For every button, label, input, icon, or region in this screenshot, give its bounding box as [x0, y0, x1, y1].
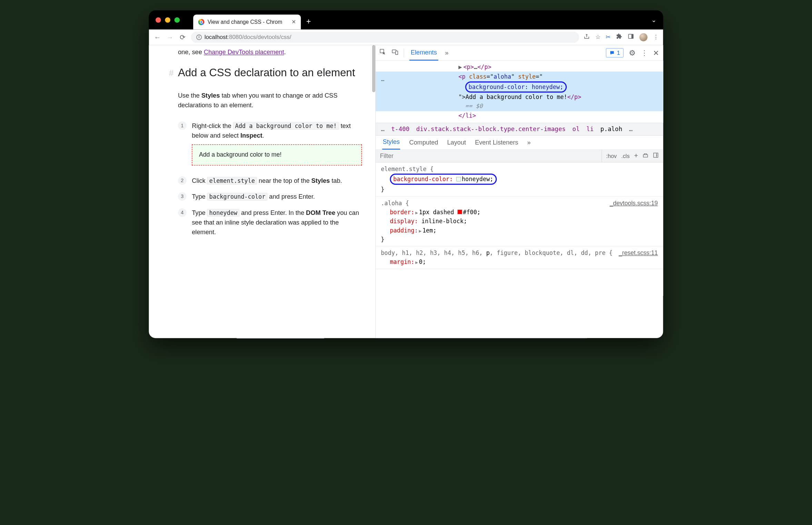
browser-tab[interactable]: View and change CSS - Chrom ✕ [193, 14, 301, 29]
address-bar[interactable]: i localhost:8080/docs/devtools/css/ [191, 31, 579, 42]
dom-tree[interactable]: ⋯ ▶<p>…</p> <p class="aloha" style=" bac… [376, 61, 663, 122]
dom-node[interactable]: ▶<p>…</p> [376, 62, 663, 71]
scissors-icon[interactable]: ✂ [606, 34, 611, 41]
divider [404, 48, 404, 57]
expand-icon[interactable]: ▶ [419, 228, 422, 234]
computed-panel-icon[interactable] [653, 152, 659, 160]
expand-triangle-icon[interactable]: ▶ [458, 64, 462, 71]
event-listeners-tab[interactable]: Event Listeners [475, 136, 518, 150]
url-path: /docs/devtools/css/ [242, 34, 291, 41]
page-scrollbar[interactable] [372, 45, 375, 92]
chrome-menu-icon[interactable]: ⋮ [653, 34, 659, 41]
change-placement-link[interactable]: Change DevTools placement [204, 49, 284, 56]
section-intro: Use the Styles tab when you want to chan… [178, 91, 362, 110]
selected-dom-node[interactable]: <p class="aloha" style=" background-colo… [376, 72, 663, 111]
browser-toolbar: ← → ⟳ i localhost:8080/docs/devtools/css… [149, 29, 663, 45]
steps-list: 1 Right-click the Add a background color… [178, 121, 362, 237]
step-number: 3 [178, 192, 187, 201]
sidepanel-icon[interactable] [628, 33, 634, 41]
style-rule-reset[interactable]: _reset.scss:11 body, h1, h2, h3, h4, h5,… [376, 246, 663, 269]
section-heading: Add a CSS declaration to an element [178, 66, 362, 79]
color-swatch[interactable] [457, 210, 462, 214]
code-inline: honeydew [207, 209, 239, 217]
styles-filter-row: :hov .cls + [376, 150, 663, 162]
traffic-lights [156, 17, 180, 23]
extensions-icon[interactable] [616, 33, 622, 41]
source-link[interactable]: _devtools.scss:19 [610, 199, 658, 208]
breadcrumb-item[interactable]: li [586, 126, 594, 132]
step-4: 4 Type honeydew and press Enter. In the … [178, 208, 362, 237]
step-number: 4 [178, 208, 187, 217]
devtools-toolbar: Elements » 1 ⚙ ⋮ ✕ [376, 45, 663, 61]
demo-element[interactable]: Add a background color to me! [192, 145, 362, 166]
devtools-menu-icon[interactable]: ⋮ [641, 49, 648, 57]
step-number: 2 [178, 176, 187, 185]
svg-rect-4 [396, 51, 398, 55]
rendering-icon[interactable] [643, 152, 648, 160]
browser-window: View and change CSS - Chrom ✕ + ⌄ ← → ⟳ … [149, 10, 663, 338]
styles-filter-input[interactable] [376, 152, 602, 159]
inspect-element-icon[interactable] [379, 49, 386, 57]
content-area: one, see Change DevTools placement. Add … [149, 45, 663, 338]
window-zoom-button[interactable] [175, 17, 180, 23]
layout-tab[interactable]: Layout [447, 136, 466, 150]
tab-title: View and change CSS - Chrom [208, 19, 288, 25]
step-2: 2 Click element.style near the top of th… [178, 176, 362, 186]
expand-icon[interactable]: ▶ [415, 210, 418, 215]
reload-button[interactable]: ⟳ [178, 33, 186, 41]
source-link[interactable]: _reset.scss:11 [619, 248, 658, 258]
style-rule-aloha[interactable]: _devtools.scss:19 .aloha { border:▶1px d… [376, 196, 663, 246]
style-rule-element[interactable]: element.style { background-color: honeyd… [376, 162, 663, 197]
code-inline: Add a background color to me! [233, 122, 339, 130]
styles-tab[interactable]: Styles [382, 136, 400, 150]
titlebar: View and change CSS - Chrom ✕ + ⌄ [149, 10, 663, 29]
chrome-favicon [198, 19, 204, 25]
elements-tab[interactable]: Elements [409, 45, 438, 61]
color-swatch[interactable] [456, 177, 461, 181]
breadcrumb-item[interactable]: … [629, 126, 633, 132]
url-host: localhost [205, 34, 228, 41]
site-info-icon[interactable]: i [196, 34, 202, 40]
inline-style-highlight: background-color: honeydew; [465, 81, 567, 93]
new-tab-button[interactable]: + [306, 17, 311, 26]
tabs-overflow-icon[interactable]: » [444, 45, 450, 61]
dom-breadcrumb[interactable]: … t-400 div.stack.stack--block.type.cent… [376, 123, 663, 136]
intro-fragment: one, see Change DevTools placement. [178, 47, 362, 57]
bookmark-star-icon[interactable]: ☆ [595, 34, 601, 41]
issues-count: 1 [617, 49, 620, 56]
step-1: 1 Right-click the Add a background color… [178, 121, 362, 170]
styles-tabs-overflow-icon[interactable]: » [527, 136, 531, 150]
dom-node[interactable]: </li> [376, 111, 663, 120]
dom-ellipsis-icon[interactable]: ⋯ [381, 76, 385, 85]
computed-tab[interactable]: Computed [409, 136, 438, 150]
cls-toggle[interactable]: .cls [621, 153, 630, 159]
breadcrumb-item[interactable]: … [381, 126, 385, 132]
breadcrumb-item[interactable]: ol [572, 126, 580, 132]
hov-toggle[interactable]: :hov [606, 153, 617, 159]
devtools-panel: Elements » 1 ⚙ ⋮ ✕ ⋯ ▶<p>…</p> <p class=… [375, 45, 663, 338]
page-content: one, see Change DevTools placement. Add … [149, 45, 375, 338]
devtools-close-icon[interactable]: ✕ [653, 49, 659, 57]
step-number: 1 [178, 121, 187, 130]
tabs-overflow-button[interactable]: ⌄ [651, 16, 656, 23]
breadcrumb-item-active[interactable]: p.aloh [601, 126, 622, 132]
svg-rect-5 [643, 155, 648, 157]
back-button[interactable]: ← [153, 33, 161, 41]
window-close-button[interactable] [156, 17, 161, 23]
new-style-rule-icon[interactable]: + [634, 152, 638, 160]
issues-button[interactable]: 1 [606, 48, 623, 58]
url-text: localhost:8080/docs/devtools/css/ [205, 34, 291, 41]
styles-tabbar: Styles Computed Layout Event Listeners » [376, 136, 663, 150]
breadcrumb-item[interactable]: div.stack.stack--block.type.center-image… [416, 126, 566, 132]
expand-icon[interactable]: ▶ [415, 260, 418, 265]
profile-avatar[interactable] [640, 33, 647, 41]
style-property-highlight: background-color: honeydew; [390, 174, 497, 185]
settings-gear-icon[interactable]: ⚙ [629, 48, 636, 57]
window-minimize-button[interactable] [165, 17, 170, 23]
device-toggle-icon[interactable] [392, 49, 398, 57]
forward-button[interactable]: → [166, 33, 174, 41]
tab-close-button[interactable]: ✕ [291, 19, 296, 25]
share-icon[interactable] [584, 33, 590, 41]
toolbar-actions: ☆ ✂ ⋮ [584, 33, 659, 41]
breadcrumb-item[interactable]: t-400 [391, 126, 409, 132]
